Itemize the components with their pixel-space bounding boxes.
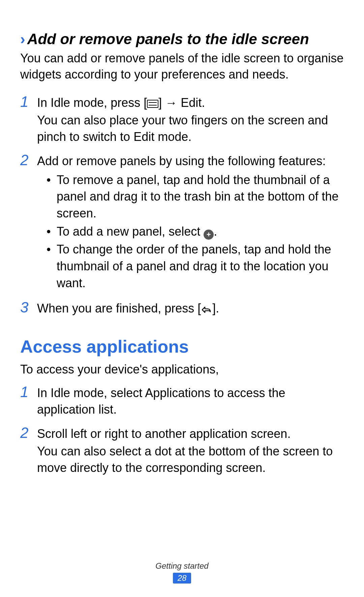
step-1: 1 In Idle mode, press [] → Edit. You can…: [20, 94, 344, 145]
step-body: When you are finished, press [].: [37, 300, 344, 318]
bullet-text: To change the order of the panels, tap a…: [57, 241, 344, 291]
step-body: In Idle mode, press [] → Edit. You can a…: [37, 94, 344, 145]
bullet-item: • To change the order of the panels, tap…: [47, 241, 344, 291]
page-number-badge: 28: [173, 573, 191, 584]
step-number: 1: [20, 385, 31, 418]
text: In Idle mode, press [: [37, 96, 147, 110]
step-2-more: You can also select a dot at the bottom …: [37, 443, 344, 476]
bullet-item: • To add a new panel, select +.: [47, 223, 344, 240]
bullet-item: • To remove a panel, tap and hold the th…: [47, 172, 344, 222]
menu-key-icon: [147, 100, 158, 108]
step-number: 3: [20, 300, 31, 318]
text: .: [214, 225, 217, 238]
text: In Idle mode, select: [37, 386, 145, 400]
section-heading: Access applications: [20, 336, 344, 357]
step-body: In Idle mode, select Applications to acc…: [37, 385, 344, 418]
applications-label: Applications: [145, 386, 210, 400]
text: .: [202, 96, 205, 110]
step-2-lead: Add or remove panels by using the follow…: [37, 153, 344, 170]
step-number: 2: [20, 425, 31, 476]
bullet-dot-icon: •: [47, 241, 53, 291]
subsection-heading-row: › Add or remove panels to the idle scree…: [20, 30, 344, 48]
step-1-more: You can also place your two fingers on t…: [37, 112, 344, 145]
page-footer: Getting started 28: [0, 561, 364, 584]
step-3: 3 When you are finished, press [].: [20, 300, 344, 318]
step-2-line1: Scroll left or right to another applicat…: [37, 425, 344, 442]
step-2: 2 Scroll left or right to another applic…: [20, 425, 344, 476]
chevron-icon: ›: [20, 31, 25, 48]
bullet-dot-icon: •: [47, 223, 53, 240]
section-intro: To access your device's applications,: [20, 361, 344, 378]
bullet-list: • To remove a panel, tap and hold the th…: [37, 172, 344, 292]
subsection-intro: You can add or remove panels of the idle…: [20, 50, 344, 83]
step-number: 1: [20, 94, 31, 145]
add-panel-icon: +: [204, 230, 214, 240]
text: ].: [212, 301, 219, 315]
bullet-text: To add a new panel, select +.: [57, 223, 344, 240]
chapter-label: Getting started: [0, 561, 364, 571]
section-add-remove-panels: › Add or remove panels to the idle scree…: [20, 30, 344, 318]
step-body: Scroll left or right to another applicat…: [37, 425, 344, 476]
step-2: 2 Add or remove panels by using the foll…: [20, 153, 344, 293]
bullet-dot-icon: •: [47, 172, 53, 222]
bullet-text: To remove a panel, tap and hold the thum…: [57, 172, 344, 222]
step-1-line: In Idle mode, press [] → Edit.: [37, 94, 344, 111]
text: To add a new panel, select: [57, 225, 204, 238]
text: When you are finished, press [: [37, 301, 201, 315]
step-number: 2: [20, 153, 31, 293]
text: ] →: [158, 96, 181, 110]
back-key-icon: [201, 301, 212, 318]
step-1: 1 In Idle mode, select Applications to a…: [20, 385, 344, 418]
section-access-applications: Access applications To access your devic…: [20, 336, 344, 476]
manual-page: › Add or remove panels to the idle scree…: [0, 0, 364, 597]
edit-label: Edit: [181, 96, 202, 110]
step-body: Add or remove panels by using the follow…: [37, 153, 344, 293]
subsection-heading: Add or remove panels to the idle screen: [27, 30, 309, 48]
